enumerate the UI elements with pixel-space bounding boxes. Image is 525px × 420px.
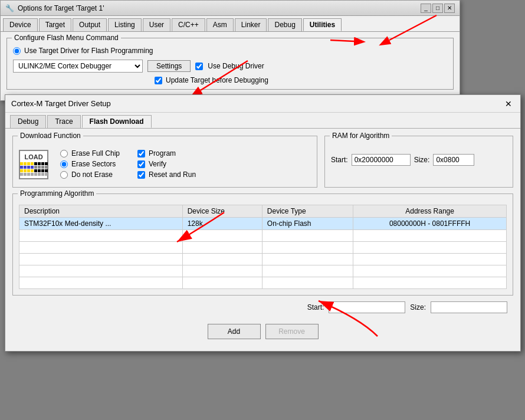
radio-do-not-erase[interactable] bbox=[60, 171, 68, 179]
empty-row-1 bbox=[19, 230, 507, 242]
cortex-body: Download Function LOAD bbox=[5, 129, 520, 351]
col-description: Description bbox=[19, 205, 183, 218]
tab-listing[interactable]: Listing bbox=[108, 18, 142, 31]
empty-row-3 bbox=[19, 254, 507, 265]
flash-menu-title: Configure Flash Menu Command bbox=[12, 34, 121, 42]
options-titlebar: 🔧 Options for Target 'Target 1' _ □ ✕ bbox=[1, 1, 460, 16]
tab-cpp[interactable]: C/C++ bbox=[172, 18, 205, 31]
bottom-size-input[interactable] bbox=[431, 301, 507, 313]
download-function-title: Download Function bbox=[18, 132, 83, 140]
ram-algorithm-box: RAM for Algorithm Start: Size: bbox=[324, 136, 513, 188]
options-title: 🔧 Options for Target 'Target 1' bbox=[5, 4, 104, 12]
check-verify-label: Verify bbox=[149, 160, 166, 168]
add-button[interactable]: Add bbox=[208, 324, 261, 339]
radio-use-target-label: Use Target Driver for Flash Programming bbox=[24, 47, 153, 55]
tab-asm[interactable]: Asm bbox=[206, 18, 234, 31]
load-text: LOAD bbox=[24, 153, 42, 160]
title-icon: 🔧 bbox=[5, 4, 14, 12]
radio-do-not-erase: Do not Erase bbox=[60, 170, 120, 179]
options-tabs: Device Target Output Listing User C/C++ … bbox=[1, 16, 460, 32]
ram-start-input[interactable] bbox=[352, 154, 411, 166]
update-row: Update Target before Debugging bbox=[155, 76, 447, 84]
maximize-button[interactable]: □ bbox=[432, 4, 443, 13]
cortex-tab-trace[interactable]: Trace bbox=[47, 115, 80, 128]
check-use-debug[interactable] bbox=[195, 63, 203, 70]
algo-group-title: Programming Algorithm bbox=[18, 189, 96, 198]
algo-table: Description Device Size Device Type Addr… bbox=[19, 205, 507, 289]
tab-output[interactable]: Output bbox=[73, 18, 107, 31]
ram-group-title: RAM for Algorithm bbox=[330, 132, 392, 140]
table-row[interactable]: STM32F10x Med-density ... 128k On-chip F… bbox=[19, 218, 507, 230]
cell-address-range: 08000000H - 0801FFFFH bbox=[353, 218, 507, 230]
programming-algorithm-box: Programming Algorithm Description Device… bbox=[12, 193, 513, 296]
settings-button[interactable]: Settings bbox=[147, 60, 191, 72]
radio-erase-full: Erase Full Chip bbox=[60, 149, 120, 158]
download-content: LOAD bbox=[19, 147, 311, 181]
cortex-top-section: Download Function LOAD bbox=[12, 136, 513, 188]
titlebar-controls: _ □ ✕ bbox=[421, 4, 455, 13]
download-opts-container: Erase Full Chip Erase Sectors Do not Era… bbox=[60, 149, 196, 181]
empty-row-2 bbox=[19, 242, 507, 254]
check-verify-row: Verify bbox=[137, 160, 196, 168]
bottom-size-label: Size: bbox=[410, 303, 426, 311]
check-program-label: Program bbox=[149, 149, 176, 158]
cell-device-size: 128k bbox=[182, 218, 262, 230]
table-header-row: Description Device Size Device Type Addr… bbox=[19, 205, 507, 218]
empty-row-4 bbox=[19, 265, 507, 277]
minimize-button[interactable]: _ bbox=[421, 4, 431, 13]
tab-user[interactable]: User bbox=[143, 18, 170, 31]
col-device-size: Device Size bbox=[182, 205, 262, 218]
tab-utilities[interactable]: Utilities bbox=[303, 18, 342, 31]
ram-size-input[interactable] bbox=[433, 154, 474, 166]
driver-row: ULINK2/ME Cortex Debugger Settings Use D… bbox=[13, 60, 447, 73]
cortex-tabs: Debug Trace Flash Download bbox=[5, 113, 520, 129]
tab-target[interactable]: Target bbox=[39, 18, 71, 31]
tab-device[interactable]: Device bbox=[3, 18, 38, 31]
check-verify[interactable] bbox=[137, 160, 145, 168]
options-body: Configure Flash Menu Command Use Target … bbox=[1, 32, 460, 100]
check-options: Program Verify Reset and Run bbox=[137, 149, 196, 181]
ram-start-label: Start: bbox=[331, 156, 348, 164]
radio-erase-full-label: Erase Full Chip bbox=[71, 149, 120, 158]
action-buttons: Add Remove bbox=[12, 319, 513, 344]
check-program-row: Program bbox=[137, 149, 196, 158]
driver-select[interactable]: ULINK2/ME Cortex Debugger bbox=[13, 60, 143, 73]
tab-linker[interactable]: Linker bbox=[235, 18, 267, 31]
check-program[interactable] bbox=[137, 150, 145, 158]
check-update[interactable] bbox=[155, 77, 162, 84]
cell-device-type: On-chip Flash bbox=[262, 218, 353, 230]
empty-row-5 bbox=[19, 277, 507, 289]
bottom-start-input[interactable] bbox=[329, 301, 405, 313]
ram-size-label: Size: bbox=[414, 156, 430, 164]
load-icon: LOAD bbox=[19, 150, 48, 179]
cortex-tab-flash-download[interactable]: Flash Download bbox=[82, 115, 152, 128]
radio-use-target-row: Use Target Driver for Flash Programming bbox=[13, 47, 447, 55]
cortex-close-button[interactable]: ✕ bbox=[503, 99, 514, 109]
bottom-row: Start: Size: bbox=[12, 301, 513, 313]
tab-debug[interactable]: Debug bbox=[268, 18, 301, 31]
radio-erase-sectors: Erase Sectors bbox=[60, 160, 120, 168]
remove-button[interactable]: Remove bbox=[265, 324, 319, 339]
download-function-box: Download Function LOAD bbox=[12, 136, 317, 188]
radio-erase-full-chip[interactable] bbox=[60, 150, 68, 158]
check-reset-run[interactable] bbox=[137, 171, 145, 179]
col-device-type: Device Type bbox=[262, 205, 353, 218]
ram-row: Start: Size: bbox=[331, 154, 507, 166]
flash-menu-group: Configure Flash Menu Command Use Target … bbox=[6, 38, 454, 90]
check-reset-label: Reset and Run bbox=[149, 170, 196, 179]
radio-do-not-erase-label: Do not Erase bbox=[71, 170, 113, 179]
bottom-start-label: Start: bbox=[307, 303, 324, 311]
radio-erase-sectors[interactable] bbox=[60, 160, 68, 168]
check-update-label: Update Target before Debugging bbox=[166, 76, 268, 84]
radio-options: Erase Full Chip Erase Sectors Do not Era… bbox=[60, 149, 120, 181]
radio-use-target[interactable] bbox=[13, 47, 21, 55]
cortex-titlebar: Cortex-M Target Driver Setup ✕ bbox=[5, 95, 520, 113]
check-use-debug-label: Use Debug Driver bbox=[208, 62, 264, 70]
cortex-tab-debug[interactable]: Debug bbox=[10, 115, 46, 128]
check-reset-row: Reset and Run bbox=[137, 170, 196, 179]
col-address-range: Address Range bbox=[353, 205, 507, 218]
close-button[interactable]: ✕ bbox=[444, 4, 455, 13]
cortex-dialog: Cortex-M Target Driver Setup ✕ Debug Tra… bbox=[5, 94, 521, 352]
options-title-text: Options for Target 'Target 1' bbox=[18, 4, 104, 12]
cortex-title: Cortex-M Target Driver Setup bbox=[11, 99, 111, 108]
